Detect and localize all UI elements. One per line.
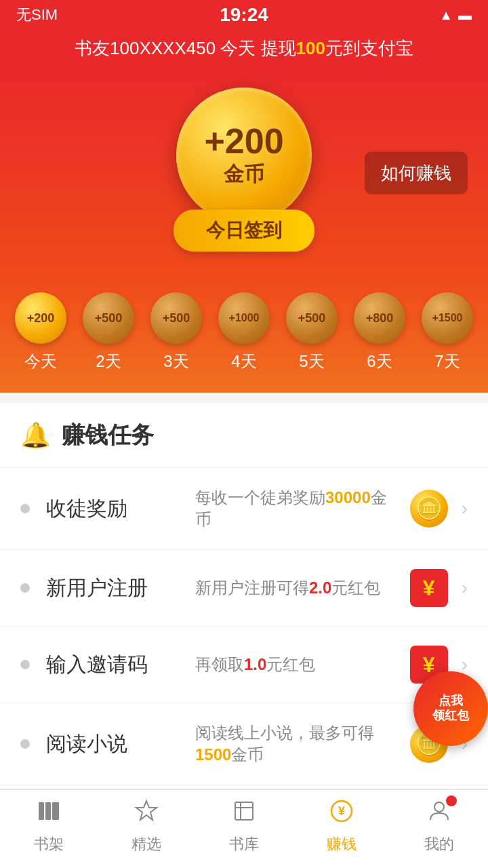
- task-desc-1: 新用户注册可得2.0元红包: [195, 577, 402, 599]
- nav-icon-书库: [231, 798, 257, 830]
- task-name-0: 收徒奖励: [46, 495, 195, 523]
- streak-section: +200今天+5002天+5003天+10004天+5005天+8006天+15…: [0, 279, 488, 393]
- coin-circle: +200 金币: [176, 87, 312, 223]
- streak-coin-1: +500: [83, 292, 134, 344]
- nav-icon-赚钱: ¥: [329, 798, 354, 830]
- svg-text:¥: ¥: [338, 804, 345, 818]
- task-header-title: 赚钱任务: [62, 420, 154, 451]
- streak-label-4: 5天: [299, 351, 324, 372]
- float-text-line1: 点我: [439, 694, 463, 709]
- streak-label-3: 4天: [231, 351, 256, 372]
- nav-item-赚钱[interactable]: ¥赚钱: [327, 798, 357, 854]
- svg-rect-0: [39, 802, 44, 820]
- wifi-icon: ▲: [439, 7, 453, 23]
- nav-icon-书架: [36, 798, 62, 830]
- status-icons: ▲ ▬: [439, 7, 472, 23]
- banner-text2: 元到支付宝: [325, 38, 413, 58]
- task-item-2[interactable]: 输入邀请码再领取1.0元红包¥›: [0, 627, 488, 703]
- nav-icon-精选: [134, 798, 159, 830]
- streak-item-2: +5003天: [150, 292, 202, 372]
- streak-coin-2: +500: [150, 292, 202, 344]
- task-item-0[interactable]: 收徒奖励每收一个徒弟奖励30000金币🪙›: [0, 468, 488, 550]
- streak-label-6: 7天: [434, 351, 460, 372]
- time-label: 19:24: [220, 4, 268, 26]
- streak-coin-4: +500: [286, 292, 338, 344]
- streak-label-0: 今天: [24, 351, 57, 372]
- task-name-1: 新用户注册: [46, 574, 195, 602]
- nav-item-精选[interactable]: 精选: [131, 798, 161, 854]
- streak-label-1: 2天: [96, 351, 121, 372]
- svg-rect-2: [52, 802, 59, 820]
- checkin-button[interactable]: 今日签到: [174, 210, 314, 252]
- banner-highlight: 100: [296, 38, 325, 58]
- nav-label-赚钱: 赚钱: [327, 834, 357, 854]
- task-dot-0: [20, 504, 30, 513]
- coin-amount: +200: [204, 122, 283, 161]
- float-redpacket-button[interactable]: 点我 领红包: [413, 671, 488, 746]
- status-bar: 无SIM 19:24 ▲ ▬: [0, 0, 488, 30]
- task-name-2: 输入邀请码: [46, 651, 195, 679]
- task-icon-red-1: ¥: [410, 569, 448, 607]
- nav-label-精选: 精选: [131, 834, 161, 854]
- float-text-line2: 领红包: [432, 709, 469, 724]
- streak-coin-3: +1000: [218, 292, 270, 344]
- streak-item-1: +5002天: [83, 292, 134, 372]
- task-desc-0: 每收一个徒弟奖励30000金币: [195, 487, 402, 530]
- task-arrow-0: ›: [462, 498, 468, 519]
- nav-label-书架: 书架: [34, 834, 64, 854]
- svg-point-9: [434, 802, 444, 812]
- task-header: 🔔 赚钱任务: [0, 403, 488, 468]
- bell-icon: 🔔: [20, 421, 51, 450]
- task-name-3: 阅读小说: [46, 730, 195, 758]
- top-banner: 书友100XXXX450 今天 提现100元到支付宝: [0, 30, 488, 67]
- nav-item-我的[interactable]: 我的: [424, 798, 454, 854]
- earn-button[interactable]: 如何赚钱: [365, 152, 468, 195]
- task-arrow-2: ›: [462, 654, 468, 675]
- task-desc-3: 阅读线上小说，最多可得1500金币: [195, 722, 402, 766]
- coin-container: +200 金币 今日签到: [174, 87, 314, 252]
- streak-item-0: +200今天: [15, 292, 66, 372]
- nav-badge-我的: [446, 795, 457, 806]
- task-icon-coin-0: 🪙: [410, 490, 448, 528]
- carrier-label: 无SIM: [16, 5, 58, 25]
- task-arrow-1: ›: [462, 577, 468, 599]
- task-dot-1: [20, 583, 30, 593]
- streak-label-5: 6天: [367, 351, 392, 372]
- task-dot-3: [20, 739, 30, 749]
- streak-coin-6: +1500: [422, 292, 473, 344]
- svg-rect-1: [45, 802, 51, 820]
- svg-rect-4: [235, 802, 253, 820]
- streak-coin-0: +200: [15, 292, 66, 344]
- nav-label-我的: 我的: [424, 834, 454, 854]
- task-item-1[interactable]: 新用户注册新用户注册可得2.0元红包¥›: [0, 550, 488, 627]
- nav-label-书库: 书库: [229, 834, 259, 854]
- streak-coin-5: +800: [354, 292, 405, 344]
- task-desc-2: 再领取1.0元红包: [195, 654, 402, 675]
- bottom-nav: 书架精选书库¥赚钱我的: [0, 789, 488, 868]
- streak-item-6: +15007天: [422, 292, 473, 372]
- battery-icon: ▬: [458, 7, 472, 23]
- svg-marker-3: [136, 801, 157, 820]
- nav-item-书架[interactable]: 书架: [34, 798, 64, 854]
- hero-section: +200 金币 今日签到 如何赚钱: [0, 67, 488, 279]
- banner-text1: 书友100XXXX450 今天 提现: [75, 38, 296, 58]
- streak-item-3: +10004天: [218, 292, 270, 372]
- streak-item-5: +8006天: [354, 292, 405, 372]
- coin-unit: 金币: [224, 161, 264, 189]
- nav-item-书库[interactable]: 书库: [229, 798, 259, 854]
- streak-item-4: +5005天: [286, 292, 338, 372]
- task-dot-2: [20, 660, 30, 669]
- streak-label-2: 3天: [163, 351, 188, 372]
